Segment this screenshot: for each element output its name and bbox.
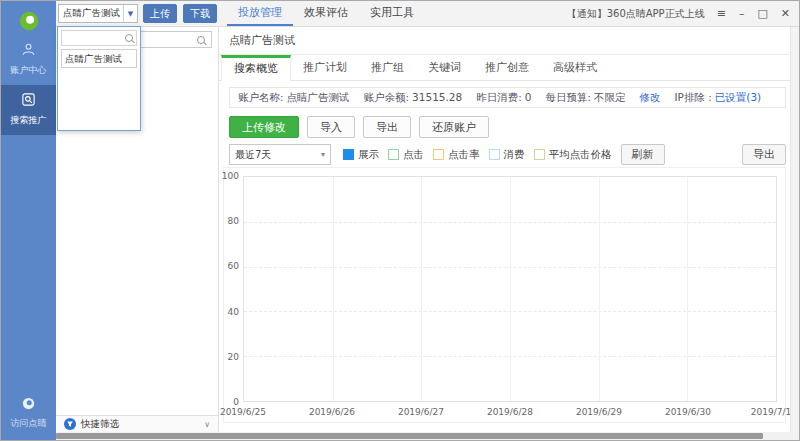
balance-label: 账户余额: [364, 91, 410, 105]
funnel-icon [64, 415, 76, 434]
subtab-bar: 搜索概览 推广计划 推广组 关键词 推广创意 高级样式 [219, 55, 790, 81]
metric-impressions[interactable]: 展示 [343, 148, 379, 162]
metric-cost[interactable]: 消费 [489, 148, 525, 162]
chevron-down-icon[interactable]: ▼ [123, 5, 137, 22]
close-icon[interactable]: ✕ [781, 8, 790, 19]
x-tick: 2019/6/30 [665, 407, 711, 417]
chart: 100 80 60 40 20 0 2019/6/25 2019/6/ [223, 167, 786, 423]
tab-promotion-plan[interactable]: 推广计划 [291, 55, 359, 80]
export-button[interactable]: 导出 [363, 116, 411, 138]
window-controls: ≡ – □ ✕ [717, 8, 790, 19]
account-name-value: 点睛广告测试 [287, 91, 350, 105]
y-tick: 0 [233, 397, 239, 407]
ip-exclude-label: IP排除 : [674, 91, 711, 105]
main-nav: 投放管理 效果评估 实用工具 [227, 1, 425, 26]
y-tick: 20 [228, 352, 239, 362]
metric-checkboxes: 展示 点击 点击率 消费 平均点击价格 [343, 148, 621, 162]
x-tick: 2019/6/25 [220, 407, 266, 417]
y-tick: 80 [228, 216, 239, 226]
nav-utility-tools[interactable]: 实用工具 [359, 1, 425, 26]
horizontal-scrollbar-thumb[interactable] [56, 433, 763, 439]
metric-ctr[interactable]: 点击率 [433, 148, 480, 162]
daily-budget-value: 不限定 [594, 91, 626, 105]
x-tick: 2019/7/1 [751, 407, 791, 417]
import-button[interactable]: 导入 [307, 116, 355, 138]
account-info-bar: 账户名称:点睛广告测试 账户余额:31515.28 昨日消费:0 每日预算:不限… [229, 87, 786, 108]
nav-effect-evaluation[interactable]: 效果评估 [293, 1, 359, 26]
account-dropdown-popup: 点睛广告测试 [57, 26, 141, 131]
search-icon [197, 36, 205, 44]
sidebar: 账户中心 搜索推广 访问点睛 [1, 1, 56, 441]
horizontal-scrollbar [56, 432, 799, 440]
balance-value: 31515.28 [412, 91, 462, 105]
download-button[interactable]: 下载 [183, 4, 217, 23]
checkbox-avg-cpc[interactable] [534, 149, 545, 160]
vertical-scrollbar[interactable] [790, 27, 799, 432]
upload-button[interactable]: 上传 [143, 4, 177, 23]
user-icon [21, 42, 36, 61]
yesterday-spend-label: 昨日消费: [476, 91, 522, 105]
tab-keywords[interactable]: 关键词 [416, 55, 473, 80]
nav-delivery-management[interactable]: 投放管理 [227, 1, 293, 26]
account-name-label: 账户名称: [238, 91, 284, 105]
notice-banner[interactable]: 【通知】360点睛APP正式上线 [567, 7, 705, 21]
account-combobox-value: 点睛广告测试 [59, 7, 123, 20]
dropdown-option-account[interactable]: 点睛广告测试 [61, 49, 137, 68]
maximize-icon[interactable]: □ [757, 8, 767, 19]
main-content: 点睛广告测试 搜索概览 推广计划 推广组 关键词 推广创意 高级样式 账户名称:… [219, 27, 790, 432]
tab-promotion-group[interactable]: 推广组 [359, 55, 416, 80]
menu-icon[interactable]: ≡ [717, 8, 726, 19]
y-tick: 100 [222, 171, 239, 181]
app-window: 账户中心 搜索推广 访问点睛 点睛广告测试 [0, 0, 800, 441]
search-promotion-icon [21, 92, 36, 111]
sidebar-item-label: 账户中心 [11, 64, 47, 77]
x-tick: 2019/6/29 [576, 407, 622, 417]
account-combobox[interactable]: 点睛广告测试 ▼ [58, 4, 138, 23]
daily-budget-label: 每日预算: [545, 91, 591, 105]
refresh-button[interactable]: 刷新 [621, 144, 665, 165]
chevron-down-icon[interactable]: ∨ [204, 420, 210, 429]
modify-link[interactable]: 修改 [639, 91, 660, 105]
metric-clicks[interactable]: 点击 [388, 148, 424, 162]
upload-changes-button[interactable]: 上传修改 [229, 116, 299, 138]
yesterday-spend-value: 0 [525, 91, 532, 105]
top-toolbar: 点睛广告测试 ▼ 上传 下载 投放管理 效果评估 实用工具 【通知】360点睛A… [56, 1, 799, 27]
account-tab[interactable]: 点睛广告测试 [229, 33, 295, 48]
x-tick: 2019/6/27 [398, 407, 444, 417]
x-tick: 2019/6/26 [309, 407, 355, 417]
account-tab-bar: 点睛广告测试 [219, 27, 790, 55]
chart-filter-row: 最近7天 ▾ 展示 点击 点击率 消费 平均点击价格 刷新 导出 [229, 144, 786, 165]
ip-exclude-link[interactable]: 已设置(3) [715, 91, 761, 105]
dropdown-search-box [61, 30, 137, 46]
checkbox-impressions[interactable] [343, 149, 354, 160]
y-tick: 40 [228, 307, 239, 317]
minimize-icon[interactable]: – [739, 8, 745, 19]
sidebar-item-label: 搜索推广 [11, 114, 47, 127]
actions-row: 上传修改 导入 导出 还原账户 [229, 116, 790, 138]
chart-x-axis: 2019/6/25 2019/6/26 2019/6/27 2019/6/28 … [243, 407, 777, 419]
checkbox-ctr[interactable] [433, 149, 444, 160]
date-range-select[interactable]: 最近7天 ▾ [229, 144, 331, 165]
metric-avg-cpc[interactable]: 平均点击价格 [534, 148, 612, 162]
tab-search-overview[interactable]: 搜索概览 [221, 55, 291, 81]
sidebar-item-account-center[interactable]: 账户中心 [1, 35, 56, 85]
tab-advanced-style[interactable]: 高级样式 [541, 55, 609, 80]
tab-promotion-creative[interactable]: 推广创意 [473, 55, 541, 80]
chevron-down-icon: ▾ [321, 150, 325, 159]
quick-filter-bar[interactable]: 快捷筛选 ∨ [56, 415, 218, 432]
sidebar-visit-dianjing[interactable]: 访问点睛 [1, 396, 56, 430]
chart-y-axis: 100 80 60 40 20 0 [224, 176, 241, 402]
dropdown-search-input[interactable] [62, 33, 125, 43]
checkbox-clicks[interactable] [388, 149, 399, 160]
checkbox-cost[interactable] [489, 149, 500, 160]
quick-filter-label: 快捷筛选 [81, 418, 119, 431]
chart-export-button[interactable]: 导出 [742, 144, 786, 165]
restore-account-button[interactable]: 还原账户 [419, 116, 489, 138]
dianjing-logo-icon [21, 396, 36, 415]
search-icon [125, 34, 133, 42]
y-tick: 60 [228, 261, 239, 271]
app-logo-icon [1, 1, 56, 35]
chart-plot-area [243, 176, 777, 402]
sidebar-item-search-promotion[interactable]: 搜索推广 [1, 85, 56, 135]
x-tick: 2019/6/28 [487, 407, 533, 417]
